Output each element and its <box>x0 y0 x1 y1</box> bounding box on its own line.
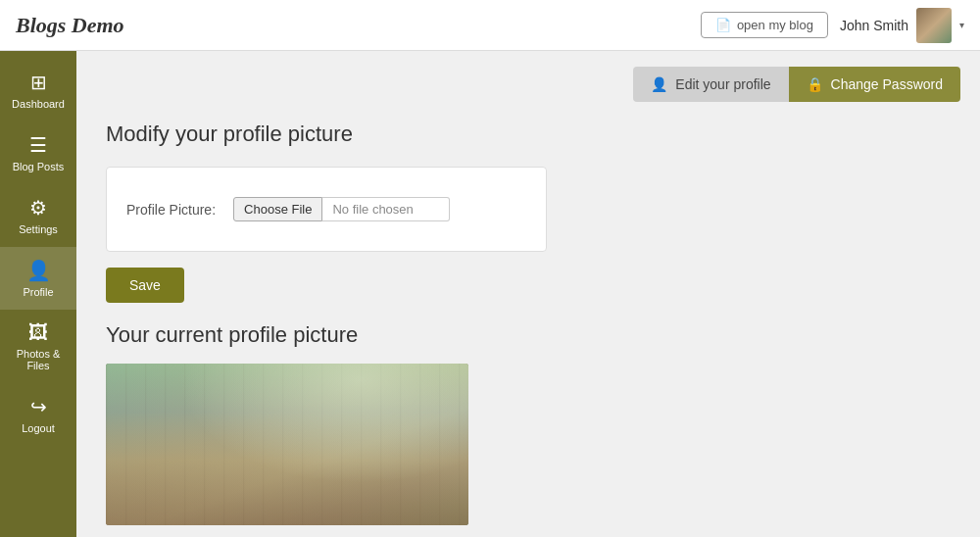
modify-section-title: Modify your profile picture <box>106 122 951 147</box>
profile-icon: 👤 <box>26 259 51 282</box>
tab-edit-profile[interactable]: 👤 Edit your profile <box>633 67 788 102</box>
sidebar-item-profile[interactable]: 👤 Profile <box>0 247 76 310</box>
open-blog-label: open my blog <box>737 18 813 32</box>
edit-profile-tab-label: Edit your profile <box>675 76 770 92</box>
user-area[interactable]: John Smith ▾ <box>840 8 964 43</box>
tab-change-password[interactable]: 🔒 Change Password <box>789 67 960 102</box>
blog-posts-icon: ☰ <box>29 133 47 157</box>
file-name-display: No file chosen <box>322 197 450 221</box>
open-blog-button[interactable]: 📄 open my blog <box>701 12 828 38</box>
scene-overlay <box>106 364 468 525</box>
layout: ⊞ Dashboard ☰ Blog Posts ⚙ Settings 👤 Pr… <box>0 51 980 537</box>
choose-file-button[interactable]: Choose File <box>233 197 322 221</box>
sidebar-label-photos-files: Photos & Files <box>8 348 69 371</box>
open-blog-icon: 📄 <box>715 18 731 32</box>
avatar-image <box>916 8 952 43</box>
chevron-down-icon: ▾ <box>959 20 964 30</box>
edit-profile-tab-icon: 👤 <box>651 76 667 92</box>
sidebar-item-photos-files[interactable]: 🖼 Photos & Files <box>0 310 76 383</box>
sidebar-label-logout: Logout <box>22 422 55 434</box>
profile-image-canvas <box>106 364 468 525</box>
photos-files-icon: 🖼 <box>28 321 48 344</box>
current-picture-section: Your current profile picture <box>106 322 951 525</box>
sidebar-label-blog-posts: Blog Posts <box>13 161 65 172</box>
settings-icon: ⚙ <box>29 196 47 220</box>
file-input-wrapper: Choose File No file chosen <box>233 197 450 221</box>
upload-box: Profile Picture: Choose File No file cho… <box>106 167 547 252</box>
save-button[interactable]: Save <box>106 268 184 303</box>
change-password-tab-label: Change Password <box>831 76 943 92</box>
avatar <box>916 8 952 43</box>
user-name: John Smith <box>840 18 908 33</box>
logout-icon: ↪ <box>30 395 47 418</box>
header-tabs: 👤 Edit your profile 🔒 Change Password <box>76 51 980 102</box>
profile-picture-label: Profile Picture: <box>126 202 216 218</box>
brand-logo: Blogs Demo <box>16 13 124 38</box>
sidebar-label-settings: Settings <box>19 223 58 235</box>
topnav-right: 📄 open my blog John Smith ▾ <box>701 8 964 43</box>
sidebar-item-settings[interactable]: ⚙ Settings <box>0 184 76 247</box>
main-content: 👤 Edit your profile 🔒 Change Password Mo… <box>76 51 980 537</box>
current-picture-title: Your current profile picture <box>106 322 951 348</box>
current-profile-image <box>106 364 468 525</box>
top-navigation: Blogs Demo 📄 open my blog John Smith ▾ <box>0 0 980 51</box>
sidebar-label-dashboard: Dashboard <box>12 98 65 110</box>
sidebar-item-blog-posts[interactable]: ☰ Blog Posts <box>0 122 76 184</box>
sidebar-item-dashboard[interactable]: ⊞ Dashboard <box>0 59 76 122</box>
sidebar-item-logout[interactable]: ↪ Logout <box>0 383 76 446</box>
dashboard-icon: ⊞ <box>30 71 47 94</box>
sidebar: ⊞ Dashboard ☰ Blog Posts ⚙ Settings 👤 Pr… <box>0 51 76 537</box>
change-password-tab-icon: 🔒 <box>807 76 823 92</box>
sidebar-label-profile: Profile <box>23 286 53 298</box>
page-content: Modify your profile picture Profile Pict… <box>76 102 980 537</box>
